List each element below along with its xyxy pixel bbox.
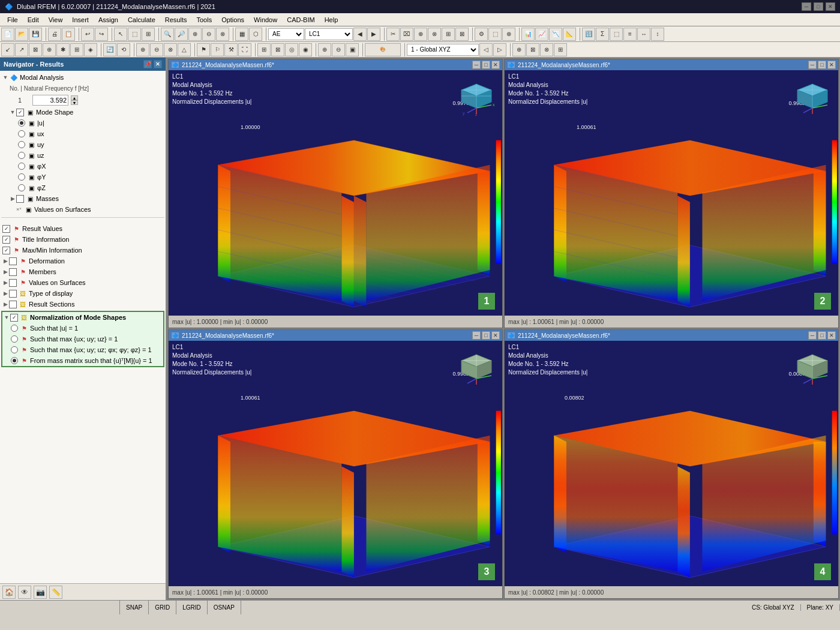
zoom4-button[interactable]: ⊖ xyxy=(202,28,215,41)
tbx18[interactable]: ↔ xyxy=(637,28,650,41)
tb2-6[interactable]: ⊞ xyxy=(70,43,83,56)
redo-button[interactable]: ↪ xyxy=(95,28,108,41)
phiy-radio[interactable] xyxy=(18,173,25,181)
menu-results[interactable]: Results xyxy=(160,15,192,25)
vp2-minimize[interactable]: ─ xyxy=(808,61,817,69)
tb2-4[interactable]: ⊕ xyxy=(43,43,56,56)
zoom3-button[interactable]: ⊕ xyxy=(188,28,202,41)
tb2-29[interactable]: ⊠ xyxy=(526,43,539,56)
vp4-maximize[interactable]: □ xyxy=(818,331,826,340)
vp1-minimize[interactable]: ─ xyxy=(472,61,481,69)
print-button[interactable]: 🖨 xyxy=(48,28,61,41)
tb2-19[interactable]: ⊠ xyxy=(271,43,284,56)
vp2-maximize[interactable]: □ xyxy=(818,61,826,69)
menu-edit[interactable]: Edit xyxy=(23,15,44,25)
lc-combo[interactable]: LC1 xyxy=(305,28,353,40)
such-that-max1-radio[interactable] xyxy=(11,335,18,343)
from-mass-matrix-item[interactable]: ⚑ From mass matrix such that {u}ᵀ[M]{u} … xyxy=(2,355,163,366)
tbx5[interactable]: ⊞ xyxy=(442,28,455,41)
ux-radio[interactable] xyxy=(18,130,25,137)
status-lgrid[interactable]: LGRID xyxy=(176,601,208,614)
uy-radio[interactable] xyxy=(18,141,25,148)
tb2-31[interactable]: ⊞ xyxy=(554,43,567,56)
members-checkbox[interactable] xyxy=(9,268,17,276)
open-button[interactable]: 📂 xyxy=(15,28,28,41)
tb2-24[interactable]: ▣ xyxy=(346,43,359,56)
title-information-checkbox[interactable] xyxy=(2,236,10,244)
such-that-u1-radio[interactable] xyxy=(11,325,18,332)
tbx19[interactable]: ↕ xyxy=(651,28,664,41)
type-display-item[interactable]: ▶ 🖼 Type of display xyxy=(1,288,164,299)
view2-button[interactable]: ⬡ xyxy=(249,28,262,41)
values-surfaces2-item[interactable]: ▶ ⚑ Values on Surfaces xyxy=(1,277,164,288)
tb2-2[interactable]: ↗ xyxy=(15,43,28,56)
vp2-close[interactable]: ✕ xyxy=(827,61,836,69)
tb2-13[interactable]: △ xyxy=(178,43,191,56)
tbx13[interactable]: 📐 xyxy=(563,28,576,41)
tbx6[interactable]: ⊠ xyxy=(455,28,469,41)
tb2-30[interactable]: ⊗ xyxy=(540,43,553,56)
status-snap[interactable]: SNAP xyxy=(120,601,149,614)
frequency-input[interactable] xyxy=(32,95,68,106)
phiz-item[interactable]: ▣ φZ xyxy=(1,182,164,193)
tb2-14[interactable]: ⚑ xyxy=(197,43,210,56)
max-min-checkbox[interactable] xyxy=(2,247,10,254)
nav-bottom-measure-btn[interactable]: 📏 xyxy=(49,586,62,599)
cs-combo[interactable]: 1 - Global XYZ xyxy=(407,44,479,56)
tbx10[interactable]: 📊 xyxy=(521,28,535,41)
nav-bottom-cam-btn[interactable]: 📷 xyxy=(34,586,47,599)
tbx2[interactable]: ⌧ xyxy=(400,28,413,41)
result-values-item[interactable]: ⚑ Result Values xyxy=(1,223,164,234)
zoom-button[interactable]: 🔍 xyxy=(161,28,174,41)
from-mass-matrix-radio[interactable] xyxy=(11,357,18,364)
tb2-1[interactable]: ↙ xyxy=(1,43,14,56)
vp4-minimize[interactable]: ─ xyxy=(808,331,817,340)
undo-button[interactable]: ↩ xyxy=(81,28,94,41)
menu-cad-bim[interactable]: CAD-BIM xyxy=(282,15,319,25)
tbx1[interactable]: ✂ xyxy=(386,28,400,41)
tb2-25[interactable]: 🎨 xyxy=(365,43,401,56)
tb2-20[interactable]: ◎ xyxy=(285,43,298,56)
vp1-maximize[interactable]: □ xyxy=(482,61,490,69)
phix-item[interactable]: ▣ φX xyxy=(1,161,164,172)
phiy-item[interactable]: ▣ φY xyxy=(1,172,164,182)
mode-shape-item[interactable]: ▼ ▣ Mode Shape xyxy=(1,107,164,118)
navigator-pin-button[interactable]: 📌 xyxy=(143,60,152,68)
members-item[interactable]: ▶ ⚑ Members xyxy=(1,266,164,277)
vp1-close[interactable]: ✕ xyxy=(491,61,500,69)
nav-bottom-eye-btn[interactable]: 👁 xyxy=(18,586,31,599)
next-button[interactable]: ▶ xyxy=(367,28,380,41)
menu-file[interactable]: File xyxy=(2,15,23,25)
normalization-item[interactable]: ▼ 🖼 Normalization of Mode Shapes xyxy=(2,312,163,323)
such-that-max1-item[interactable]: ⚑ Such that max {ux; uy; uz} = 1 xyxy=(2,334,163,344)
deformation-checkbox[interactable] xyxy=(9,257,17,265)
such-that-max2-item[interactable]: ⚑ Such that max {ux; uy; uz; φx; φy; φz}… xyxy=(2,344,163,355)
tb2-10[interactable]: ⊕ xyxy=(136,43,149,56)
uz-item[interactable]: ▣ uz xyxy=(1,150,164,161)
uz-radio[interactable] xyxy=(18,152,25,159)
print2-button[interactable]: 📋 xyxy=(62,28,75,41)
select3-button[interactable]: ⊞ xyxy=(142,28,155,41)
values-surfaces-item[interactable]: ×ˣ ▣ Values on Surfaces xyxy=(1,204,164,215)
vp3-maximize[interactable]: □ xyxy=(482,331,490,340)
menu-window[interactable]: Window xyxy=(249,15,282,25)
status-grid[interactable]: GRID xyxy=(149,601,176,614)
result-sections-checkbox[interactable] xyxy=(9,301,17,308)
tb2-9[interactable]: ⟲ xyxy=(117,43,130,56)
phiz-radio[interactable] xyxy=(18,184,25,191)
tb2-26[interactable]: ◁ xyxy=(479,43,493,56)
ae-combo[interactable]: AE xyxy=(268,28,304,40)
close-button[interactable]: ✕ xyxy=(826,2,835,11)
tbx11[interactable]: 📈 xyxy=(535,28,548,41)
ux-item[interactable]: ▣ ux xyxy=(1,128,164,139)
phix-radio[interactable] xyxy=(18,163,25,170)
navigator-close-button[interactable]: ✕ xyxy=(154,60,162,68)
result-sections-item[interactable]: ▶ 🖼 Result Sections xyxy=(1,299,164,310)
view1-button[interactable]: ▦ xyxy=(235,28,248,41)
tb2-11[interactable]: ⊖ xyxy=(150,43,163,56)
status-osnap[interactable]: OSNAP xyxy=(208,601,241,614)
tb2-21[interactable]: ◉ xyxy=(299,43,312,56)
tbx4[interactable]: ⊗ xyxy=(428,28,441,41)
menu-tools[interactable]: Tools xyxy=(191,15,217,25)
save-button[interactable]: 💾 xyxy=(29,28,42,41)
